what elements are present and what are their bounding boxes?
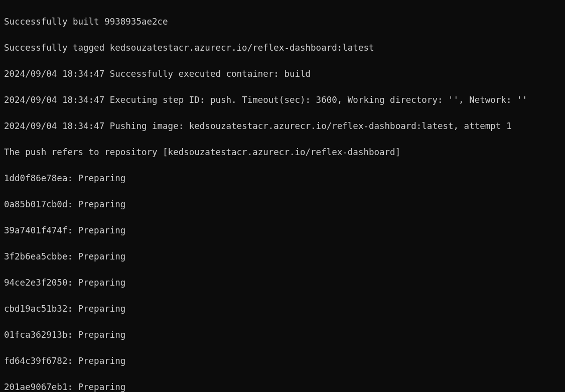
terminal-line: fd64c39f6782: Preparing xyxy=(4,354,561,367)
terminal-line: 2024/09/04 18:34:47 Successfully execute… xyxy=(4,67,561,80)
terminal-line: Successfully built 9938935ae2ce xyxy=(4,15,561,28)
terminal-line: 0a85b017cb0d: Preparing xyxy=(4,198,561,211)
terminal-output[interactable]: Successfully built 9938935ae2ce Successf… xyxy=(0,0,565,392)
terminal-line: 1dd0f86e78ea: Preparing xyxy=(4,172,561,185)
terminal-line: 01fca362913b: Preparing xyxy=(4,328,561,341)
terminal-line: 2024/09/04 18:34:47 Pushing image: kedso… xyxy=(4,119,561,133)
terminal-line: 39a7401f474f: Preparing xyxy=(4,224,561,237)
terminal-line: cbd19ac51b32: Preparing xyxy=(4,302,561,315)
terminal-line: 201ae9067eb1: Preparing xyxy=(4,380,561,392)
terminal-line: The push refers to repository [kedsouzat… xyxy=(4,146,561,159)
terminal-line: Successfully tagged kedsouzatestacr.azur… xyxy=(4,41,561,54)
terminal-line: 2024/09/04 18:34:47 Executing step ID: p… xyxy=(4,93,561,106)
terminal-line: 94ce2e3f2050: Preparing xyxy=(4,276,561,289)
terminal-line: 3f2b6ea5cbbe: Preparing xyxy=(4,250,561,263)
